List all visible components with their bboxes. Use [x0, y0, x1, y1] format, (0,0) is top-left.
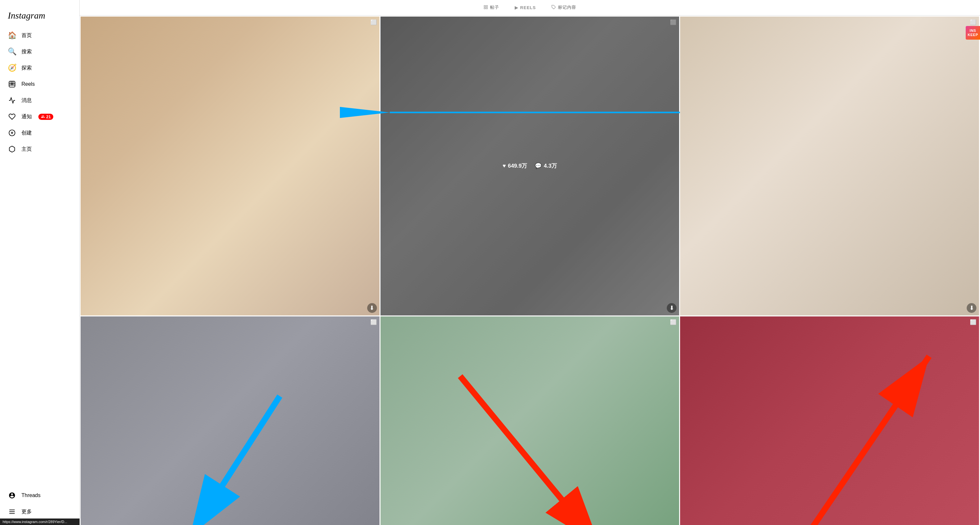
comments-stat: 💬 4.3万 [535, 162, 557, 170]
messages-icon [8, 96, 16, 105]
sidebar-label-threads: Threads [21, 493, 41, 498]
tab-bar: 帖子 ▶ REELS 标记内容 [80, 0, 980, 16]
sidebar-item-explore[interactable]: 🧭 探索 [4, 60, 75, 76]
multi-icon-5: ⬜ [670, 319, 676, 325]
threads-icon [8, 491, 16, 500]
notifications-icon [8, 112, 16, 121]
sidebar-label-search: 搜索 [21, 48, 32, 55]
inskeep-badge[interactable]: INS KEEP [966, 26, 980, 40]
download-btn-2[interactable]: ⬇ [667, 303, 676, 313]
download-btn-1[interactable]: ⬇ [367, 303, 377, 313]
sidebar-item-notifications[interactable]: 通知 21 [4, 108, 75, 125]
svg-rect-13 [486, 5, 487, 6]
comment-icon: 💬 [535, 162, 542, 169]
photo-grid: ⬜ ⬇ ⬜ ♥ 649.9万 💬 4.3万 ⬇ [80, 16, 980, 525]
sidebar-label-reels: Reels [21, 81, 35, 87]
url-bar: https://www.instagram.com/r/289Yier/D... [0, 519, 80, 525]
sidebar-item-profile[interactable]: 主页 [4, 141, 75, 157]
more-icon [8, 508, 16, 516]
multi-icon-6: ⬜ [970, 319, 977, 325]
heart-icon: ♥ [503, 163, 506, 169]
svg-rect-0 [9, 81, 15, 87]
sidebar-label-create: 创建 [21, 130, 32, 137]
notification-badge: 21 [38, 114, 53, 120]
grid-item-5[interactable]: ⬜ ⬇ [380, 317, 679, 525]
instagram-logo[interactable]: Instagram [4, 5, 75, 27]
multi-icon-4: ⬜ [371, 319, 377, 325]
grid-item-3[interactable]: ⬜ ⬇ [680, 17, 979, 315]
sidebar-label-home: 首页 [21, 32, 32, 39]
create-icon [8, 129, 16, 137]
sidebar-label-explore: 探索 [21, 65, 32, 72]
sidebar-label-messages: 消息 [21, 97, 32, 104]
posts-tab-icon [484, 5, 488, 10]
inskeep-line2: KEEP [968, 33, 978, 37]
tab-tagged[interactable]: 标记内容 [551, 0, 576, 15]
photo-grid-wrapper: ⬜ ⬇ ⬜ ♥ 649.9万 💬 4.3万 ⬇ [80, 16, 980, 525]
likes-count: 649.9万 [508, 162, 527, 170]
sidebar-label-notifications: 通知 [21, 113, 32, 120]
reels-icon [8, 80, 16, 88]
grid-item-6[interactable]: ⬜ ⬇ [680, 317, 979, 525]
tab-posts[interactable]: 帖子 [484, 0, 499, 15]
sidebar-item-reels[interactable]: Reels [4, 76, 75, 92]
search-icon: 🔍 [8, 48, 16, 56]
grid-item-2[interactable]: ⬜ ♥ 649.9万 💬 4.3万 ⬇ [380, 17, 679, 315]
grid-item-1[interactable]: ⬜ ⬇ [81, 17, 380, 315]
grid-item-4[interactable]: ⬜ ⬇ [81, 317, 380, 525]
sidebar-item-threads[interactable]: Threads [4, 487, 75, 504]
multi-icon-3: ⬜ [970, 19, 977, 25]
sidebar-label-profile: 主页 [21, 146, 32, 153]
reels-tab-icon: ▶ [515, 5, 518, 10]
sidebar-item-create[interactable]: 创建 [4, 125, 75, 141]
inskeep-line1: INS [968, 29, 978, 33]
sidebar-item-more[interactable]: 更多 [4, 504, 75, 520]
svg-rect-12 [484, 5, 485, 6]
multi-icon-1: ⬜ [371, 19, 377, 25]
explore-icon: 🧭 [8, 64, 16, 72]
tagged-tab-icon [551, 5, 556, 10]
sidebar: Instagram 🏠 首页 🔍 搜索 🧭 探索 Reels 消息 通知 21 [0, 0, 80, 525]
sidebar-item-messages[interactable]: 消息 [4, 92, 75, 108]
likes-stat: ♥ 649.9万 [503, 162, 527, 170]
svg-rect-14 [484, 8, 485, 9]
main-content: 帖子 ▶ REELS 标记内容 ⬜ ⬇ ⬜ [80, 0, 980, 525]
comments-count: 4.3万 [544, 162, 557, 170]
home-icon: 🏠 [8, 31, 16, 40]
profile-icon [8, 145, 16, 153]
tab-reels[interactable]: ▶ REELS [515, 1, 536, 15]
grid-overlay-2: ♥ 649.9万 💬 4.3万 [380, 17, 679, 315]
svg-rect-15 [486, 8, 487, 9]
download-btn-3[interactable]: ⬇ [967, 303, 977, 313]
sidebar-label-more: 更多 [21, 508, 32, 515]
sidebar-item-search[interactable]: 🔍 搜索 [4, 43, 75, 60]
sidebar-item-home[interactable]: 🏠 首页 [4, 27, 75, 43]
